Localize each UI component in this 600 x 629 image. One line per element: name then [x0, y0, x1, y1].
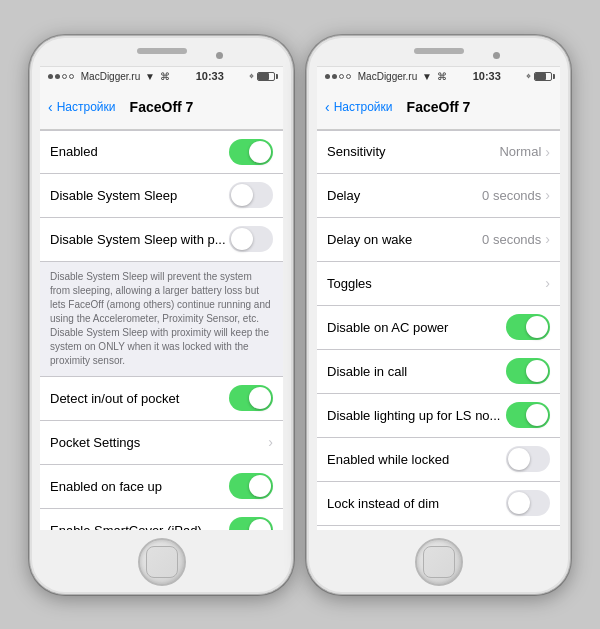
status-left-left: MacDigger.ru ▼ ⌘	[48, 71, 170, 82]
toggle-disable-sleep[interactable]	[229, 182, 273, 208]
back-label-left: Настройки	[57, 100, 116, 114]
toggle-detect-pocket-knob	[249, 387, 271, 409]
phone-left-inner: MacDigger.ru ▼ ⌘ 10:33 ⌖ ‹ Настройки	[40, 36, 283, 594]
toggle-smart-cover-knob	[249, 519, 271, 530]
signal-dot-r3	[339, 74, 344, 79]
toggle-disable-ac[interactable]	[506, 314, 550, 340]
back-chevron-left: ‹	[48, 99, 53, 115]
phone-right: MacDigger.ru ▼ ⌘ 10:33 ⌖ ‹ Настройки	[306, 35, 571, 595]
toggle-disable-sleep-p[interactable]	[229, 226, 273, 252]
row-face-up: Enabled on face up	[40, 465, 283, 509]
description-box-left: Disable System Sleep will prevent the sy…	[40, 262, 283, 377]
row-delay-wake[interactable]: Delay on wake 0 seconds ›	[317, 218, 560, 262]
row-disable-call: Disable in call	[317, 350, 560, 394]
back-label-right: Настройки	[334, 100, 393, 114]
row-disable-sleep-label: Disable System Sleep	[50, 188, 229, 203]
toggle-lock-dim-knob	[508, 492, 530, 514]
row-face-up-label: Enabled on face up	[50, 479, 229, 494]
volume-button-right	[306, 156, 307, 186]
status-bar-left: MacDigger.ru ▼ ⌘ 10:33 ⌖	[40, 66, 283, 86]
pocket-settings-chevron: ›	[268, 434, 273, 450]
phone-top-right	[317, 36, 560, 58]
toggle-disable-call[interactable]	[506, 358, 550, 384]
back-button-left[interactable]: ‹ Настройки	[48, 99, 116, 115]
signal-dot-1	[48, 74, 53, 79]
toggle-lock-dim[interactable]	[506, 490, 550, 516]
signal-dot-r4	[346, 74, 351, 79]
nav-title-left: FaceOff 7	[130, 99, 194, 115]
screen-left: Enabled Disable System Sleep Disable Sys…	[40, 130, 283, 530]
row-disable-call-label: Disable in call	[327, 364, 506, 379]
row-pocket-settings[interactable]: Pocket Settings ›	[40, 421, 283, 465]
toggles-chevron: ›	[545, 275, 550, 291]
signal-dot-r1	[325, 74, 330, 79]
volume-button-left	[29, 156, 30, 186]
battery-right	[534, 72, 552, 81]
toggle-disable-ac-knob	[526, 316, 548, 338]
back-button-right[interactable]: ‹ Настройки	[325, 99, 393, 115]
row-detect-pocket-label: Detect in/out of pocket	[50, 391, 229, 406]
home-button-right[interactable]	[415, 538, 463, 586]
carrier-right: MacDigger.ru	[358, 71, 417, 82]
row-detect-pocket: Detect in/out of pocket	[40, 377, 283, 421]
row-smart-cover: Enable SmartCover (iPad)	[40, 509, 283, 530]
toggle-face-up-knob	[249, 475, 271, 497]
row-disable-ls-label: Disable lighting up for LS no...	[327, 408, 506, 423]
row-toggles[interactable]: Toggles ›	[317, 262, 560, 306]
row-sensitivity-value: Normal	[499, 144, 541, 159]
delay-wake-chevron: ›	[545, 231, 550, 247]
settings-group-1: Enabled Disable System Sleep Disable Sys…	[40, 130, 283, 530]
carrier-left: MacDigger.ru	[81, 71, 140, 82]
phone-right-inner: MacDigger.ru ▼ ⌘ 10:33 ⌖ ‹ Настройки	[317, 36, 560, 594]
row-pocket-settings-label: Pocket Settings	[50, 435, 268, 450]
toggle-enabled-locked[interactable]	[506, 446, 550, 472]
settings-group-2: Sensitivity Normal › Delay 0 seconds › D…	[317, 130, 560, 530]
status-right-left: ⌖	[249, 71, 275, 82]
row-smart-cover-label: Enable SmartCover (iPad)	[50, 523, 229, 530]
nav-bar-left: ‹ Настройки FaceOff 7	[40, 86, 283, 130]
row-disable-ac: Disable on AC power	[317, 306, 560, 350]
row-disable-ac-label: Disable on AC power	[327, 320, 506, 335]
toggle-disable-ls[interactable]	[506, 402, 550, 428]
row-delay-wake-label: Delay on wake	[327, 232, 482, 247]
back-chevron-right: ‹	[325, 99, 330, 115]
row-enabled-locked: Enabled while locked	[317, 438, 560, 482]
power-button-right2	[570, 166, 571, 211]
signal-dot-2	[55, 74, 60, 79]
toggle-face-up[interactable]	[229, 473, 273, 499]
home-inner-right	[423, 546, 455, 578]
row-sensitivity[interactable]: Sensitivity Normal ›	[317, 130, 560, 174]
row-delay[interactable]: Delay 0 seconds ›	[317, 174, 560, 218]
row-disable-ls: Disable lighting up for LS no...	[317, 394, 560, 438]
power-button-right	[293, 166, 294, 211]
row-disable-sleep: Disable System Sleep	[40, 174, 283, 218]
toggle-detect-pocket[interactable]	[229, 385, 273, 411]
wifi-icon-left: ⌖	[249, 71, 254, 82]
row-enabled-label: Enabled	[50, 144, 229, 159]
row-lock-unlock[interactable]: Lock/Unlock options ›	[317, 526, 560, 530]
speaker-right	[414, 48, 464, 54]
home-inner-left	[146, 546, 178, 578]
row-enabled: Enabled	[40, 130, 283, 174]
battery-left	[257, 72, 275, 81]
signal-dot-r2	[332, 74, 337, 79]
nav-bar-right: ‹ Настройки FaceOff 7	[317, 86, 560, 130]
status-left-right: MacDigger.ru ▼ ⌘	[325, 71, 447, 82]
time-left: 10:33	[196, 70, 224, 82]
toggle-enabled[interactable]	[229, 139, 273, 165]
phone-top-left	[40, 36, 283, 58]
home-button-left[interactable]	[138, 538, 186, 586]
delay-chevron: ›	[545, 187, 550, 203]
row-toggles-label: Toggles	[327, 276, 545, 291]
toggle-disable-call-knob	[526, 360, 548, 382]
status-bar-right: MacDigger.ru ▼ ⌘ 10:33 ⌖	[317, 66, 560, 86]
battery-fill-left	[258, 73, 269, 80]
row-lock-dim: Lock instead of dim	[317, 482, 560, 526]
toggle-smart-cover[interactable]	[229, 517, 273, 530]
row-enabled-locked-label: Enabled while locked	[327, 452, 506, 467]
row-delay-wake-value: 0 seconds	[482, 232, 541, 247]
row-disable-sleep-p-label: Disable System Sleep with p...	[50, 232, 229, 247]
camera-left	[216, 52, 223, 59]
nav-title-right: FaceOff 7	[407, 99, 471, 115]
wifi-icon-right: ⌖	[526, 71, 531, 82]
